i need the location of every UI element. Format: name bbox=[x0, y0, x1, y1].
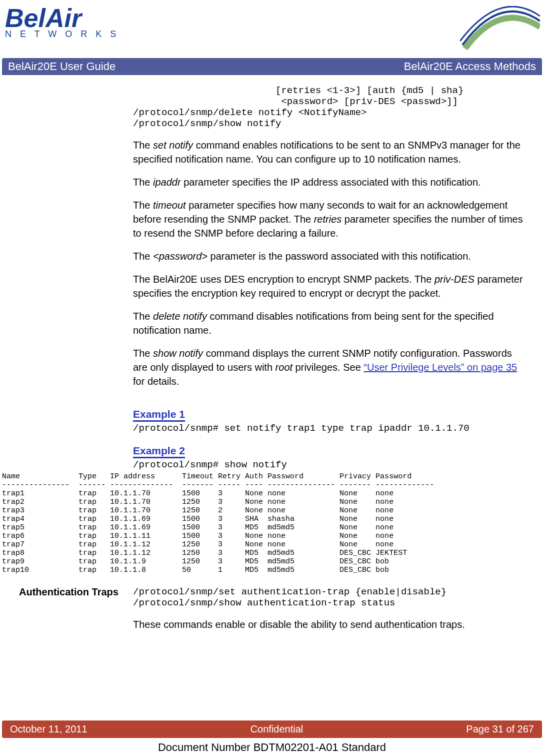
title-banner: BelAir20E User Guide BelAir20E Access Me… bbox=[2, 58, 542, 75]
footer-confidential: Confidential bbox=[250, 723, 304, 735]
footer-bar: October 11, 2011 Confidential Page 31 of… bbox=[2, 720, 542, 738]
banner-left: BelAir20E User Guide bbox=[8, 60, 116, 73]
paragraph-password: The <password> parameter is the password… bbox=[133, 249, 529, 263]
paragraph-privdes: The BelAir20E uses DES encryption to enc… bbox=[133, 272, 529, 300]
footer-page: Page 31 of 267 bbox=[466, 723, 534, 735]
code-block-top: [retries <1-3>] [auth {md5 | sha} <passw… bbox=[133, 85, 529, 129]
example1-code: /protocol/snmp# set notify trap1 type tr… bbox=[133, 423, 529, 434]
paragraph-ipaddr: The ipaddr parameter specifies the IP ad… bbox=[133, 175, 529, 189]
logo-wordmark: BelAir bbox=[5, 6, 82, 30]
notify-table: Name Type IP address Timeout Retry Auth … bbox=[2, 472, 529, 574]
auth-trap-code: /protocol/snmp/set authentication-trap {… bbox=[133, 586, 529, 608]
paragraph-timeout: The timeout parameter specifies how many… bbox=[133, 198, 529, 240]
paragraph-show-notify: The show notify command displays the cur… bbox=[133, 346, 529, 388]
example2-heading: Example 2 bbox=[133, 445, 185, 458]
belair-logo: BelAir N E T W O R K S bbox=[5, 6, 119, 40]
example2-code: /protocol/snmp# show notify bbox=[133, 459, 529, 470]
page-header: BelAir N E T W O R K S bbox=[0, 0, 544, 58]
example1-heading: Example 1 bbox=[133, 408, 185, 422]
swoosh-icon bbox=[460, 6, 540, 53]
auth-trap-text: These commands enable or disable the abi… bbox=[133, 617, 529, 631]
section-heading-auth-traps: Authentication Traps bbox=[19, 586, 118, 598]
document-number: Document Number BDTM02201-A01 Standard bbox=[0, 741, 544, 754]
banner-right: BelAir20E Access Methods bbox=[404, 60, 536, 73]
logo-subtext: N E T W O R K S bbox=[5, 29, 119, 40]
user-privilege-link[interactable]: “User Privilege Levels” on page 35 bbox=[364, 362, 517, 373]
paragraph-set-notify: The set notify command enables notificat… bbox=[133, 138, 529, 166]
footer-date: October 11, 2011 bbox=[10, 723, 88, 735]
paragraph-delete-notify: The delete notify command disables notif… bbox=[133, 309, 529, 337]
